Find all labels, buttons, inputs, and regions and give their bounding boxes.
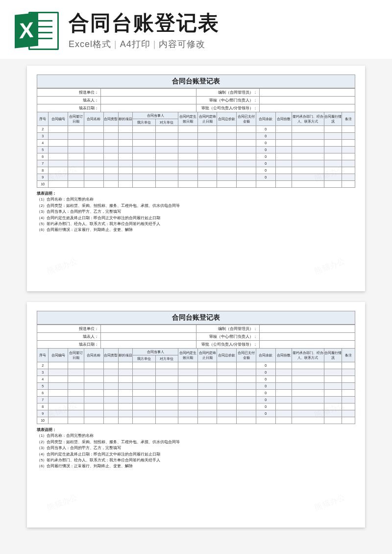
table-cell [292,140,324,147]
table-cell [275,376,292,383]
table-cell [155,369,178,376]
table-cell [342,397,355,403]
notes: 填表说明： （1）合同名称：合同完整的名称 （2）合同类型：如租赁、采购、招投标… [37,427,355,470]
table-cell [68,147,84,153]
table-cell [324,153,342,160]
table-cell [197,181,217,188]
table-cell [84,160,103,167]
table-cell [118,153,133,160]
table-cell: 0 [256,147,275,153]
table-cell [178,383,198,390]
table-cell [324,403,342,410]
table-cell [197,376,217,383]
table-cell [324,181,342,188]
table-cell [103,147,118,153]
table-cell [237,362,256,369]
table-cell [178,369,198,376]
table-cell [155,403,178,410]
table-cell [84,376,103,383]
table-cell [275,397,292,403]
table-cell [292,126,324,133]
table-cell [237,167,256,174]
table-cell [133,160,155,167]
table-cell [118,140,133,147]
table-cell [237,147,256,153]
data-grid: 序号 合同编号 合同签订日期 合同名称 合同类型 标的项目 合同当事人 合同约定… [37,348,355,424]
table-cell [84,369,103,376]
table-cell [103,140,118,147]
table-cell: 0 [256,376,275,383]
table-cell [275,160,292,167]
table-cell [103,403,118,410]
table-cell [118,167,133,174]
table-cell [197,126,217,133]
table-cell [324,390,342,397]
table-cell [217,376,237,383]
table-cell: 6 [37,153,49,160]
col-paid: 合同已支付金额 [237,112,256,126]
table-cell [324,174,342,181]
table-row: 70 [37,397,355,403]
table-cell [342,376,355,383]
table-cell [197,403,217,410]
table-cell [275,133,292,140]
table-cell [275,181,292,188]
table-cell [103,397,118,403]
table-cell [49,376,68,383]
table-cell [324,126,342,133]
table-cell [49,181,68,188]
table-cell: 9 [37,410,49,417]
table-cell [217,369,237,376]
table-row: 80 [37,167,355,174]
table-cell: 10 [37,181,49,188]
table-cell: 4 [37,140,49,147]
table-cell [118,369,133,376]
table-cell [197,410,217,417]
table-cell [84,390,103,397]
table-cell [68,160,84,167]
table-cell [217,403,237,410]
table-cell [275,403,292,410]
a4-page-1: 熊猫办公 熊猫办公 熊猫办公 熊猫办公 合同台账登记表 报送单位： 编制（合同管… [27,66,365,291]
table-cell [133,181,155,188]
table-cell [275,383,292,390]
table-cell [178,390,198,397]
table-cell [217,362,237,369]
table-cell [292,147,324,153]
table-cell [84,403,103,410]
table-cell [275,362,292,369]
table-cell [324,417,342,424]
table-cell [256,417,275,424]
table-cell [275,417,292,424]
table-cell [324,167,342,174]
table-cell [133,140,155,147]
table-cell [68,126,84,133]
table-cell [103,153,118,160]
table-cell [197,160,217,167]
col-party-theirs: 对方单位 [155,119,178,126]
table-row: 50 [37,147,355,153]
table-cell: 4 [37,376,49,383]
table-cell [133,174,155,181]
table-cell [68,390,84,397]
table-cell [275,126,292,133]
table-cell [155,383,178,390]
table-cell [133,133,155,140]
table-cell [292,160,324,167]
table-cell [292,417,324,424]
table-row: 80 [37,403,355,410]
table-cell: 0 [256,403,275,410]
table-cell [118,160,133,167]
table-cell [49,369,68,376]
table-cell [49,362,68,369]
table-cell [275,167,292,174]
table-cell [275,147,292,153]
table-cell [217,153,237,160]
table-cell: 0 [256,133,275,140]
table-cell [197,133,217,140]
table-cell: 10 [37,417,49,424]
table-cell [275,390,292,397]
table-cell [324,140,342,147]
table-cell [84,362,103,369]
table-cell [68,410,84,417]
